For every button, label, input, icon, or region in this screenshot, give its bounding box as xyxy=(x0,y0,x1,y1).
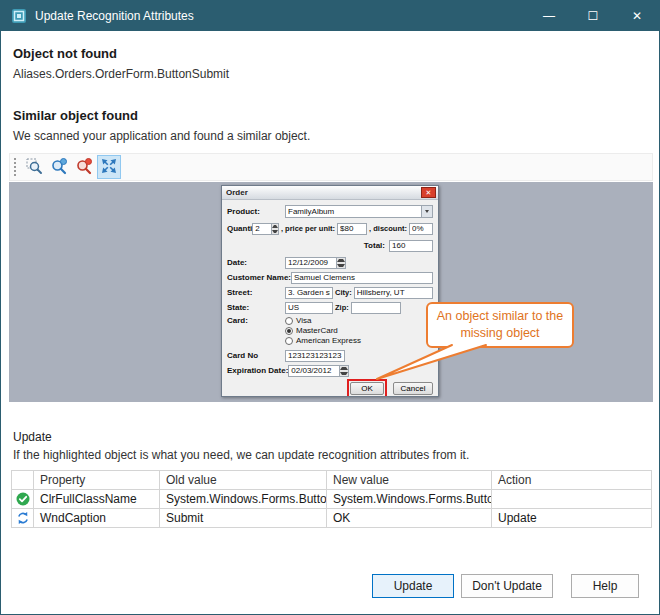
object-not-found-heading: Object not found xyxy=(13,46,117,61)
fit-to-window-icon xyxy=(100,157,118,178)
property-cell: WndCaption xyxy=(34,509,160,528)
property-cell: ClrFullClassName xyxy=(34,490,160,509)
quantity-input[interactable] xyxy=(252,223,272,235)
highlight-object-button[interactable] xyxy=(72,155,96,179)
discount-label: , discount: xyxy=(369,224,407,233)
radio-visa-label: Visa xyxy=(296,316,311,325)
order-close-button[interactable]: ✕ xyxy=(421,187,436,198)
status-cell xyxy=(12,490,34,509)
price-per-unit-input[interactable] xyxy=(337,223,367,235)
quantity-stepper[interactable] xyxy=(272,223,279,235)
order-title: Order xyxy=(226,188,248,197)
table-row[interactable]: ClrFullClassName System.Windows.Forms.Bu… xyxy=(12,490,652,509)
cancel-button[interactable]: Cancel xyxy=(393,382,433,395)
radio-visa[interactable]: Visa xyxy=(285,316,361,325)
street-input[interactable] xyxy=(285,287,333,299)
update-button[interactable]: Update xyxy=(372,574,454,598)
callout: An object similar to the missing object xyxy=(426,302,574,348)
date-label: Date: xyxy=(227,258,285,267)
dialog-window: Update Recognition Attributes — ☐ ✕ Obje… xyxy=(0,0,660,615)
product-select[interactable]: FamilyAlbum xyxy=(285,205,433,218)
fit-to-window-button[interactable] xyxy=(97,155,121,179)
attributes-table: Property Old value New value Action ClrF… xyxy=(11,470,652,528)
property-header: Property xyxy=(34,471,160,490)
radio-mastercard[interactable]: MasterCard xyxy=(285,326,361,335)
customer-name-input[interactable] xyxy=(291,272,433,284)
city-input[interactable] xyxy=(354,287,433,299)
status-cell xyxy=(12,509,34,528)
titlebar: Update Recognition Attributes — ☐ ✕ xyxy=(1,1,659,31)
radio-icon xyxy=(285,337,293,345)
quantity-label: Quantity: xyxy=(227,224,252,233)
preview-toolbar xyxy=(9,153,653,181)
dont-update-button[interactable]: Don't Update xyxy=(461,574,553,598)
card-label: Card: xyxy=(227,316,285,325)
pick-object-icon xyxy=(25,157,43,178)
new-value-cell: System.Windows.Forms.Button xyxy=(327,490,492,509)
close-button[interactable]: ✕ xyxy=(615,1,659,31)
card-no-label: Card No xyxy=(227,351,285,360)
order-titlebar: Order ✕ xyxy=(222,186,438,200)
expiration-date-stepper[interactable] xyxy=(340,365,349,377)
order-window: Order ✕ Product: FamilyAlbum Quantity: ,… xyxy=(221,185,439,397)
date-stepper[interactable] xyxy=(337,257,346,269)
price-per-unit-label: , price per unit: xyxy=(281,224,335,233)
date-input[interactable] xyxy=(285,257,337,269)
application-preview: Order ✕ Product: FamilyAlbum Quantity: ,… xyxy=(9,182,653,402)
state-label: State: xyxy=(227,303,285,312)
find-object-icon xyxy=(50,157,68,178)
similar-object-description: We scanned your application and found a … xyxy=(13,129,310,143)
state-input[interactable] xyxy=(285,302,333,314)
object-path: Aliases.Orders.OrderForm.ButtonSubmit xyxy=(13,67,229,81)
customer-name-label: Customer Name: xyxy=(227,273,291,282)
total-label: Total: xyxy=(364,241,385,250)
maximize-button[interactable]: ☐ xyxy=(571,1,615,31)
action-cell: Update xyxy=(492,509,652,528)
update-heading: Update xyxy=(13,430,52,444)
action-header: Action xyxy=(492,471,652,490)
zip-label: Zip: xyxy=(335,303,349,312)
product-label: Product: xyxy=(227,207,285,216)
street-label: Street: xyxy=(227,288,285,297)
radio-selected-icon xyxy=(285,327,293,335)
zip-input[interactable] xyxy=(351,302,401,314)
card-no-input[interactable] xyxy=(285,350,345,362)
order-body: Product: FamilyAlbum Quantity: , price p… xyxy=(222,200,438,396)
ok-button[interactable]: OK xyxy=(350,382,384,395)
old-value-cell: System.Windows.Forms.Button xyxy=(160,490,327,509)
total-input[interactable] xyxy=(389,240,433,252)
app-icon xyxy=(11,8,27,24)
highlight-frame: OK xyxy=(347,379,387,398)
refresh-icon xyxy=(16,511,30,525)
find-object-button[interactable] xyxy=(47,155,71,179)
expiration-date-input[interactable] xyxy=(288,365,340,377)
expiration-date-label: Expiration Date: xyxy=(227,366,288,375)
minimize-button[interactable]: — xyxy=(527,1,571,31)
radio-icon xyxy=(285,317,293,325)
discount-input[interactable] xyxy=(409,223,433,235)
toolbar-grip[interactable] xyxy=(14,158,16,176)
pick-object-button[interactable] xyxy=(22,155,46,179)
table-row[interactable]: WndCaption Submit OK Update xyxy=(12,509,652,528)
window-controls: — ☐ ✕ xyxy=(527,1,659,31)
city-label: City: xyxy=(335,288,352,297)
new-value-cell: OK xyxy=(327,509,492,528)
footer-buttons: Update Don't Update Help xyxy=(372,574,639,598)
new-value-header: New value xyxy=(327,471,492,490)
radio-mastercard-label: MasterCard xyxy=(296,326,338,335)
radio-american-express-label: American Express xyxy=(296,336,361,345)
help-button[interactable]: Help xyxy=(571,574,639,598)
check-icon xyxy=(16,492,30,506)
old-value-cell: Submit xyxy=(160,509,327,528)
icon-column-header xyxy=(12,471,34,490)
window-title: Update Recognition Attributes xyxy=(35,9,194,23)
action-cell xyxy=(492,490,652,509)
table-header-row: Property Old value New value Action xyxy=(12,471,652,490)
highlight-object-icon xyxy=(75,157,93,178)
card-radio-group: Visa MasterCard American Express xyxy=(285,316,361,345)
update-description: If the highlighted object is what you ne… xyxy=(13,448,469,462)
old-value-header: Old value xyxy=(160,471,327,490)
product-value: FamilyAlbum xyxy=(286,207,421,216)
radio-american-express[interactable]: American Express xyxy=(285,336,361,345)
chevron-down-icon xyxy=(421,206,432,217)
